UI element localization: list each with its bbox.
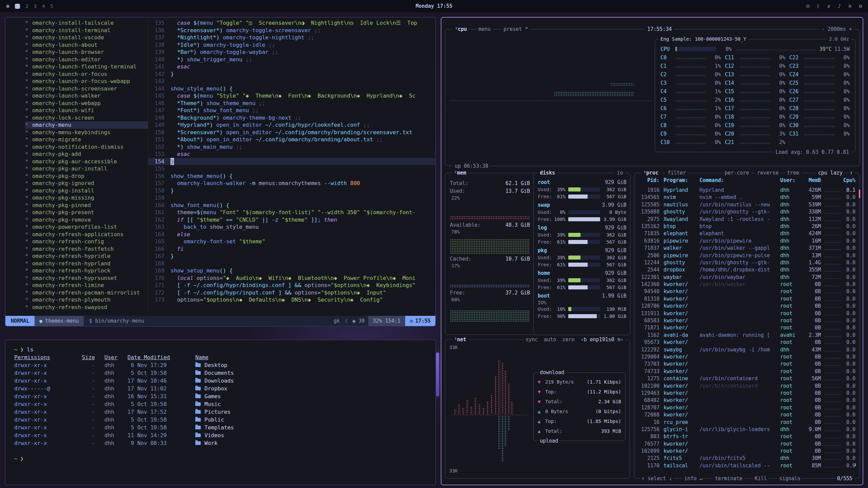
user-header[interactable]: User: (780, 177, 802, 185)
program-header[interactable]: Program: (664, 177, 699, 185)
process-row[interactable]: 129004 kworker/ root 0B 0.0 (638, 353, 855, 361)
prompt-line[interactable]: ~❯ (14, 455, 427, 463)
process-row[interactable]: 12244 ghostty /usr/bin/ghostty --gtk- dh… (638, 259, 855, 266)
iface-next-button[interactable]: n› (617, 337, 624, 343)
process-row[interactable]: 2544 dropbox /home/dhh/.dropbox-dist dhh… (638, 266, 855, 273)
process-row[interactable]: 73703 kworker/ root 0B 0.0 (638, 361, 855, 368)
select-control[interactable]: ↑ select ↓ (640, 475, 674, 482)
iface-prev-button[interactable]: ‹b (581, 337, 587, 343)
scroll-down-icon[interactable]: ↓ (854, 461, 857, 467)
process-row[interactable]: 63816 pipewire /usr/bin/pipewire dhh 16M… (638, 238, 855, 245)
file-list-item[interactable]: *omarchy-launch-about (25, 41, 148, 49)
network-traffic-icon[interactable]: ⇵ (827, 3, 830, 9)
sync-button[interactable]: sync (526, 337, 538, 343)
file-list-item[interactable]: *omarchy-refresh-hypridle (25, 252, 148, 260)
file-list-item[interactable]: *omarchy-launch-or-focus-webapp (25, 78, 148, 85)
workspace-button[interactable]: 4 (42, 3, 45, 9)
command-header[interactable]: Command: (699, 177, 780, 185)
clock[interactable]: Monday 17:55 (416, 3, 452, 9)
file-list-item[interactable]: *omarchy-refresh-hyprland (25, 260, 148, 267)
directory-name[interactable]: Videos (195, 431, 427, 439)
file-list-item[interactable]: *omarchy-launch-wifi (25, 107, 148, 114)
directory-name[interactable]: Pictures (195, 408, 427, 416)
file-list-item[interactable]: *omarchy-launch-floating-terminal (25, 63, 148, 70)
directory-name[interactable]: Work (195, 439, 427, 447)
file-list-item[interactable]: *omarchy-pkg-ignored (25, 180, 148, 187)
editor-window[interactable]: *omarchy-install-tailscale*omarchy-insta… (5, 17, 436, 327)
kill-control[interactable]: Kill (753, 475, 769, 482)
system-monitor-window[interactable]: ¹cpu menu preset * 17:55:34 - 2000ms + E… (441, 17, 863, 485)
process-row[interactable]: 95673 kworker/ root 0B 0.0 (638, 339, 855, 346)
process-row[interactable]: 71835 elephant elephant dhh 424M 0.0 (638, 230, 855, 237)
info-control[interactable]: info ↵ (683, 475, 704, 482)
io-mode-button[interactable]: io (615, 169, 625, 176)
settings-icon[interactable]: ⚙ (859, 3, 862, 9)
process-row[interactable]: 122301 waybar /usr/bin/waybar dhh 72M 0.… (638, 274, 855, 281)
cpu-header[interactable]: Cpu% (841, 177, 855, 185)
process-row[interactable]: 2125 fcitx5 /usr/bin/fcitx5 dhh 30M 0.0 (638, 455, 855, 462)
process-row[interactable]: 128707 kworker/ root 0B 0.0 (638, 404, 855, 411)
file-list-item[interactable]: *omarchy-powerprofiles-list (25, 223, 148, 231)
volume-icon[interactable]: ♪ (838, 3, 841, 9)
file-list-item[interactable]: *omarchy-pkg-missing (25, 194, 148, 202)
file-list-item[interactable]: *omarchy-refresh-hyprlock (25, 267, 148, 274)
file-list-item[interactable]: *omarchy-pkg-drop (25, 172, 148, 180)
file-list-item[interactable]: *omarchy-pkg-present (25, 209, 148, 216)
screencast-icon[interactable]: ⊡ (806, 3, 809, 9)
process-row[interactable]: 129463 kworker/ root 0B 0.0 (638, 390, 855, 397)
file-list-item[interactable]: *omarchy-pkg-install (25, 187, 148, 195)
file-list-item[interactable]: *omarchy-pkg-remove (25, 216, 148, 224)
preset-button[interactable]: preset * (501, 26, 530, 33)
file-list-item[interactable]: *omarchy-migrate (25, 136, 148, 143)
process-row[interactable]: 142360 kworker/ /usr/bin/waybar root 0B … (638, 281, 855, 288)
process-row[interactable]: 1170 tailscal /usr/sbin/tailscaled -- ro… (638, 462, 855, 469)
per-core-button[interactable]: per-core (723, 169, 751, 176)
process-row[interactable]: 102100 kworker/ /usr/bin/containerd root… (638, 383, 855, 390)
process-row[interactable]: 71837 walker /usr/bin/walker --gappl dhh… (638, 245, 855, 252)
file-list-item[interactable]: *omarchy-refresh-pacman-mirrorlist (25, 289, 148, 297)
file-list-item[interactable]: *omarchy-launch-browser (25, 48, 148, 56)
bluetooth-icon[interactable]: ᛒ (817, 3, 820, 9)
process-row[interactable]: 16 rcu_pree root 0B 0.0 (638, 419, 855, 426)
workspace-button[interactable]: 5 (51, 3, 53, 9)
file-list-item[interactable]: *omarchy-refresh-config (25, 238, 148, 245)
file-list-item[interactable]: *omarchy-launch-screensaver (25, 85, 148, 93)
process-row[interactable]: 1275 containe /usr/bin/containerd root 5… (638, 375, 855, 382)
process-row[interactable]: 128706 kworker/ root 0B 0.0 (638, 303, 855, 310)
directory-name[interactable]: Dropbox (195, 385, 427, 392)
file-list-item[interactable]: *omarchy-launch-walker (25, 92, 148, 100)
file-list-item[interactable]: *omarchy-pkg-aur-install (25, 165, 148, 172)
process-row[interactable]: 76577 kworker/ root 0B 0.0 (638, 441, 855, 448)
file-list-item[interactable]: *omarchy-notification-dismiss (25, 143, 148, 151)
process-row[interactable]: 74733 kworker/ root 0B 0.0 (638, 368, 855, 375)
file-list-item[interactable]: *omarchy-launch-webapp (25, 100, 148, 107)
file-list-item[interactable]: *omarchy-menu-keybindings (25, 129, 148, 136)
menu-button[interactable]: menu (476, 26, 493, 33)
file-list-item[interactable]: *omarchy-pkg-add (25, 150, 148, 158)
directory-name[interactable]: Music (195, 400, 427, 408)
process-row[interactable]: 1162 avahi-da avahi-daemon: running [ av… (638, 332, 855, 339)
file-list-item[interactable]: *omarchy-refresh-hyprsunset (25, 274, 148, 282)
process-row[interactable]: 125756 glycin-i /usr/lib/glycin-loaders … (638, 426, 855, 433)
process-row[interactable]: 135088 ghostty /usr/bin/ghostty --gtk- d… (638, 208, 855, 216)
process-row[interactable]: 134565 nvim nvim --embed . dhh 59M 0.0 (638, 194, 855, 201)
workspace-button[interactable]: 1 (15, 4, 20, 9)
process-row[interactable]: 2506 pipewire /usr/bin/pipewire-pulse dh… (638, 252, 855, 259)
omarchy-logo-icon[interactable]: ⊛ (6, 3, 9, 9)
tree-button[interactable]: tree (785, 169, 801, 176)
file-list-item[interactable]: *omarchy-refresh-fastfetch (25, 245, 148, 253)
filter-button[interactable]: filter (666, 169, 688, 176)
scrollbar-indicator[interactable] (859, 189, 860, 198)
process-row[interactable]: 72088 kworker/ root 0B 0.0 (638, 411, 855, 419)
process-row[interactable]: 131911 kworker/ root 0B 0.0 (638, 310, 855, 317)
file-list-item[interactable]: *omarchy-lock-screen (25, 114, 148, 122)
file-list-item[interactable]: *omarchy-install-tailscale (25, 19, 148, 27)
workspace-button[interactable]: 2 (25, 3, 28, 9)
code-editor-pane[interactable]: 135 case $(menu "Toggle" "◫ Screensaver\… (148, 19, 435, 316)
process-row[interactable]: 1916 Hyprland Hyprland dhh 426M 0.1 (638, 187, 855, 194)
directory-name[interactable]: Templates (195, 424, 427, 431)
scroll-up-icon[interactable]: ↑ (848, 169, 855, 176)
process-row[interactable]: 2975 Xwayland Xwayland :1 -rootless - dh… (638, 216, 855, 223)
pid-header[interactable]: Pid: (638, 177, 664, 185)
auto-button[interactable]: auto (544, 337, 556, 343)
